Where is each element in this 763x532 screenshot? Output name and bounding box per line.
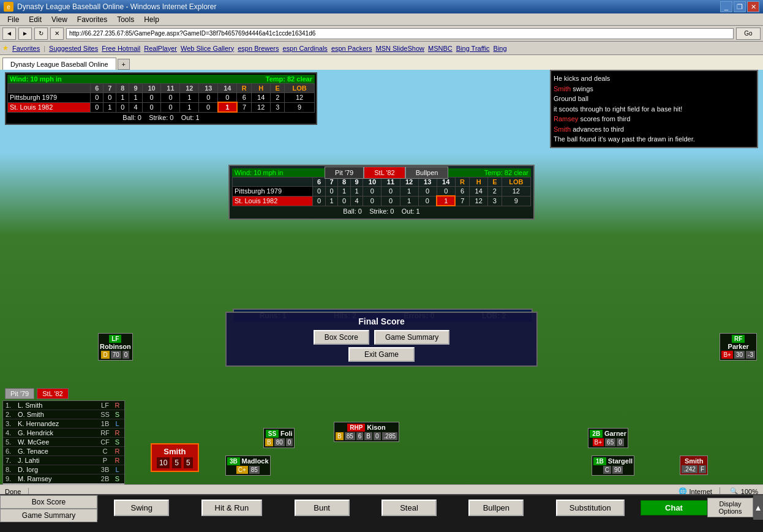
lineup-row-9: 9.M. Ramsey2BS xyxy=(3,474,124,484)
scroll-up-btn[interactable]: ▲ xyxy=(753,495,763,520)
commentary-line-5: Ramsey scores from third xyxy=(554,114,754,124)
fav-msnbc[interactable]: MSNBC xyxy=(428,45,453,52)
lineup-row-4: 4.G. HendrickRFR xyxy=(3,429,124,438)
substitution-btn[interactable]: Substitution xyxy=(556,500,625,516)
lf-grade: D xyxy=(101,351,109,359)
box-score-bottom-btn[interactable]: Box Score xyxy=(0,495,97,509)
lineup-tab-pit[interactable]: Pit '79 xyxy=(5,388,34,399)
menu-tools[interactable]: Tools xyxy=(112,14,139,25)
bunt-btn[interactable]: Bunt xyxy=(295,500,350,516)
score-table: 67891011121314 RHELOB Pittsburgh 1979 00… xyxy=(7,83,315,113)
lineup-tabs: Pit '79 StL '82 xyxy=(5,388,69,399)
fav-espn-card[interactable]: espn Cardinals xyxy=(283,45,328,52)
browser-icon: e xyxy=(4,2,13,12)
menu-edit[interactable]: Edit xyxy=(24,14,47,25)
fav-espn-brew[interactable]: espn Brewers xyxy=(238,45,279,52)
smith-batter-card: Smith 10 5 5 xyxy=(151,443,199,472)
chat-btn[interactable]: Chat xyxy=(641,500,707,515)
pit-team-name: Pittsburgh 1979 xyxy=(8,93,91,103)
forward-btn[interactable]: ► xyxy=(18,28,32,40)
fav-msn[interactable]: MSN SlideShow xyxy=(376,45,424,52)
game-summary-bottom-btn[interactable]: Game Summary xyxy=(0,509,97,522)
steal-btn[interactable]: Steal xyxy=(382,500,437,516)
score-count: Ball: 0 Strike: 0 Out: 1 xyxy=(7,113,315,122)
commentary-line-1: He kicks and deals xyxy=(554,73,754,84)
lineup-row-5: 5.W. McGeeCFS xyxy=(3,438,124,447)
tab-pit79[interactable]: Pit '79 xyxy=(325,167,364,179)
display-options-btn[interactable]: Display Options xyxy=(707,498,753,517)
restore-btn[interactable]: ❐ xyxy=(734,1,746,12)
action-buttons: Swing Hit & Run Bunt Steal Bullpen Subst… xyxy=(98,495,641,520)
menu-view[interactable]: View xyxy=(47,14,72,25)
fav-bing-traffic[interactable]: Bing Traffic xyxy=(456,45,490,52)
minimize-btn[interactable]: _ xyxy=(720,1,732,12)
lineup-row-2: 2.O. SmithSSS xyxy=(3,410,124,419)
fav-webslice[interactable]: Web Slice Gallery xyxy=(181,45,234,52)
commentary-line-6: Smith advances to third xyxy=(554,124,754,135)
exit-game-btn[interactable]: Exit Game xyxy=(348,347,415,362)
stop-btn[interactable]: ✕ xyxy=(50,28,64,40)
commentary-line-2: Smith swings xyxy=(554,84,754,94)
lineup-row-1: 1.L. SmithLFR xyxy=(3,401,124,410)
fav-realplayer[interactable]: RealPlayer xyxy=(144,45,177,52)
swing-btn[interactable]: Swing xyxy=(114,500,169,516)
tab-stl82[interactable]: StL '82 xyxy=(364,167,405,179)
game-summary-btn[interactable]: Game Summary xyxy=(374,330,449,345)
tab-bar: Dynasty League Baseball Online + xyxy=(0,55,763,70)
score-header: Wind: 10 mph in Temp: 82 clear xyxy=(7,75,315,83)
stl-active-inning: 1 xyxy=(218,102,237,112)
stl-team-name: St. Louis 1982 xyxy=(8,102,91,112)
bottom-toolbar: Box Score Game Summary Swing Hit & Run B… xyxy=(0,494,763,532)
score-panel-top: Wind: 10 mph in Temp: 82 clear 678910111… xyxy=(5,72,317,125)
fav-espn-pack[interactable]: espn Packers xyxy=(331,45,372,52)
tab-dlbo[interactable]: Dynasty League Baseball Online xyxy=(2,58,116,70)
window-title: Dynasty League Baseball Online - Windows… xyxy=(17,2,720,11)
menu-help[interactable]: Help xyxy=(139,14,164,25)
close-btn[interactable]: ✕ xyxy=(747,1,759,12)
commentary-line-3: Ground ball xyxy=(554,94,754,104)
refresh-btn[interactable]: ↻ xyxy=(34,28,48,40)
fav-bing[interactable]: Bing xyxy=(494,45,507,52)
menu-file[interactable]: File xyxy=(2,14,24,25)
final-score-panel: Final Score Box Score Game Summary Exit … xyxy=(225,312,538,367)
address-bar: ◄ ► ↻ ✕ Go xyxy=(0,26,763,42)
menu-favorites[interactable]: Favorites xyxy=(72,14,112,25)
lineup-row-3: 3.K. Hernandez1BL xyxy=(3,419,124,429)
commentary-line-4: it scoots through to right field for a b… xyxy=(554,104,754,114)
mini-score-table: 67891011121314 RHELOB Pittsburgh 1979 00… xyxy=(232,177,531,206)
ss-player-card: SS Foli B 80 0 xyxy=(263,428,295,448)
fav-favorites[interactable]: Favorites xyxy=(12,45,40,52)
lineup-tab-stl[interactable]: StL '82 xyxy=(37,388,69,399)
new-tab-btn[interactable]: + xyxy=(118,59,130,70)
1b-player-card: 1B Stargell C 90 xyxy=(592,455,634,476)
lineup-row-8: 8.D. Iorg3BL xyxy=(3,465,124,474)
window-controls: _ ❐ ✕ xyxy=(720,1,759,12)
menu-bar: File Edit View Favorites Tools Help xyxy=(0,13,763,26)
smith-runner-card: Smith .242 F xyxy=(680,455,708,475)
final-score-title: Final Score xyxy=(230,317,533,326)
3b-player-card: 3B Madlock C+ 85 xyxy=(225,455,271,476)
bottom-right-panel: Chat Display Options ▲ xyxy=(641,495,763,520)
bottom-main: Box Score Game Summary Swing Hit & Run B… xyxy=(0,495,763,520)
view-roster-btn[interactable]: View Roster xyxy=(3,484,124,484)
title-bar: e Dynasty League Baseball Online - Windo… xyxy=(0,0,763,13)
back-btn[interactable]: ◄ xyxy=(2,28,16,40)
go-btn[interactable]: Go xyxy=(736,28,761,40)
favorites-bar: ★ Favorites | Suggested Sites Free Hotma… xyxy=(0,42,763,55)
hit-run-btn[interactable]: Hit & Run xyxy=(201,500,263,516)
address-input[interactable] xyxy=(66,28,734,39)
commentary-line-7: The ball found it's way past the drawn i… xyxy=(554,134,754,144)
lineup-row-7: 7.J. LahtiPR xyxy=(3,456,124,465)
final-score-buttons: Box Score Game Summary xyxy=(230,330,533,345)
bottom-left-panel: Box Score Game Summary xyxy=(0,495,98,520)
fav-suggested[interactable]: Suggested Sites xyxy=(49,45,98,52)
rf-player-card: RF Parker B+ 30 -3 xyxy=(720,333,757,361)
game-container: Wind: 10 mph in Temp: 82 clear 678910111… xyxy=(0,70,763,484)
box-score-btn[interactable]: Box Score xyxy=(314,330,369,345)
bullpen-btn[interactable]: Bullpen xyxy=(468,500,524,516)
tab-bullpen[interactable]: Bullpen xyxy=(405,167,449,179)
fav-hotmail[interactable]: Free Hotmail xyxy=(102,45,140,52)
score-tabs: Pit '79 StL '82 Bullpen xyxy=(325,167,448,179)
2b-player-card: 2B Garner B+ 65 0 xyxy=(588,428,628,448)
rhp-player-card: RHP Kison B 85 6 B 0 .285 xyxy=(334,422,399,442)
